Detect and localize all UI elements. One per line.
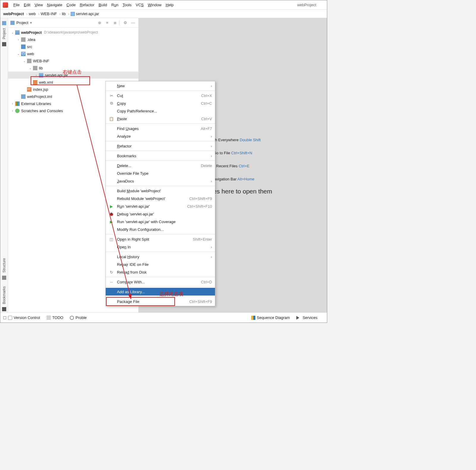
structure-icon[interactable] <box>2 276 6 280</box>
folder-tool-icon[interactable] <box>2 42 6 46</box>
app-icon <box>3 2 8 8</box>
cm-build-module[interactable]: Build Module 'webProject' <box>106 187 215 195</box>
menu-view[interactable]: View <box>34 3 43 7</box>
expand-icon[interactable]: › <box>16 38 20 41</box>
coverage-icon: ▶ <box>109 220 114 224</box>
menubar: File Edit View Navigate Code Refactor Bu… <box>0 0 327 10</box>
xml-icon <box>33 80 37 85</box>
cm-override[interactable]: Override File Type <box>106 169 215 177</box>
project-panel-title[interactable]: Project <box>16 20 28 25</box>
cm-debug[interactable]: 🐞Debug 'servlet-api.jar' <box>106 210 215 218</box>
cm-bookmarks[interactable]: Bookmarks› <box>106 152 215 160</box>
menu-window[interactable]: Window <box>148 3 162 7</box>
bookmarks-tool-label[interactable]: Bookmarks <box>2 286 6 304</box>
expand-icon[interactable]: ⌄ <box>16 52 20 55</box>
tree-label: WEB-INF <box>33 59 49 63</box>
cm-open-in[interactable]: Open In› <box>106 243 215 251</box>
cm-new[interactable]: New› <box>106 82 215 90</box>
expand-icon[interactable]: › <box>34 74 38 77</box>
select-opened-icon[interactable]: ⊕ <box>97 20 102 26</box>
menu-edit[interactable]: Edit <box>24 3 30 7</box>
jar-icon <box>39 73 43 77</box>
jar-icon <box>71 12 75 16</box>
cm-analyze[interactable]: Analyze› <box>106 132 215 140</box>
bookmark-icon[interactable] <box>2 307 6 311</box>
cm-local-history[interactable]: Local History› <box>106 253 215 261</box>
hint-nav: Navigation Bar Alt+Home <box>211 175 254 182</box>
cm-delete[interactable]: Delete...Delete <box>106 162 215 169</box>
cm-rebuild-module[interactable]: Rebuild Module 'webProject'Ctrl+Shift+F9 <box>106 195 215 202</box>
expand-icon[interactable]: › <box>10 109 15 112</box>
cm-find-usages[interactable]: Find UsagesAlt+F7 <box>106 125 215 132</box>
cm-modify-run[interactable]: Modify Run Configuration... <box>106 226 215 233</box>
cm-run[interactable]: ▶Run 'servlet-api.jar'Ctrl+Shift+F10 <box>106 202 215 210</box>
expand-icon[interactable]: › <box>10 102 15 105</box>
hint-goto: Go to File Ctrl+Shift+N <box>214 149 252 156</box>
tree-root[interactable]: ⌄ webProject D:\ideawork\javasepro\webPr… <box>8 29 138 36</box>
dropdown-icon[interactable]: ▾ <box>30 20 32 25</box>
expand-icon[interactable]: ⌄ <box>22 59 26 63</box>
cm-package-file[interactable]: Package FileCtrl+Shift+F9 <box>106 298 215 305</box>
project-tool-label[interactable]: Project <box>2 28 6 39</box>
src-folder-icon <box>21 45 26 49</box>
sb-problems[interactable]: Proble <box>70 315 87 320</box>
menu-refactor[interactable]: Refactor <box>80 3 94 7</box>
menu-code[interactable]: Code <box>67 3 76 7</box>
hint-recent: Recent Files Ctrl+E <box>216 162 249 169</box>
reload-icon: ↻ <box>109 270 114 274</box>
expand-icon <box>16 45 20 48</box>
structure-tool-label[interactable]: Structure <box>2 258 6 273</box>
expand-all-icon[interactable]: ≡ <box>104 20 110 26</box>
cm-reload[interactable]: ↻Reload from Disk <box>106 268 215 276</box>
cm-copy-path[interactable]: Copy Path/Reference... <box>106 107 215 115</box>
gear-icon[interactable]: ⚙ <box>122 20 128 26</box>
tree-web[interactable]: ⌄web <box>8 50 138 57</box>
sb-todo[interactable]: TODO <box>47 315 63 320</box>
bc-jar[interactable]: servlet-api.jar <box>76 12 99 16</box>
cm-coverage[interactable]: ▶Run 'servlet-api.jar' with Coverage <box>106 218 215 226</box>
menu-navigate[interactable]: Navigate <box>47 3 62 7</box>
tree-src[interactable]: src <box>8 43 138 50</box>
tree-label: lib <box>39 66 43 70</box>
menu-file[interactable]: File <box>13 3 20 7</box>
tree-idea[interactable]: ›.idea <box>8 36 138 43</box>
services-icon <box>296 316 301 320</box>
tree-webinf[interactable]: ⌄WEB-INF <box>8 57 138 64</box>
copy-icon: ⧉ <box>109 101 114 106</box>
cm-paste[interactable]: 📋PasteCtrl+V <box>106 115 215 123</box>
chevron-icon: › <box>26 12 27 16</box>
expand-icon[interactable]: ⌄ <box>10 31 15 34</box>
annotation-right-click: 右键点击 <box>63 69 82 75</box>
tree-label: web.xml <box>39 80 53 85</box>
debug-icon: 🐞 <box>109 212 114 216</box>
bc-root[interactable]: webProject <box>3 12 24 16</box>
cm-javadocs[interactable]: JavaDocs› <box>106 177 215 185</box>
bc-web[interactable]: web <box>29 12 36 16</box>
folder-icon <box>10 21 15 25</box>
cm-cut[interactable]: ✂CutCtrl+X <box>106 92 215 99</box>
collapse-all-icon[interactable]: ≣ <box>112 20 118 26</box>
bc-webinf[interactable]: WEB-INF <box>41 12 57 16</box>
sb-version-control[interactable]: Version Control <box>8 315 40 320</box>
cm-open-split[interactable]: ◫Open in Right SplitShift+Enter <box>106 235 215 243</box>
project-tool-icon[interactable] <box>2 21 6 25</box>
breadcrumb: webProject › web › WEB-INF › lib › servl… <box>0 10 327 18</box>
menu-help[interactable]: Help <box>166 3 174 7</box>
tree-root-label: webProject <box>21 30 42 35</box>
sb-services[interactable]: Services <box>296 315 317 320</box>
sb-sequence[interactable]: Sequence Diagram <box>251 315 290 320</box>
chevron-icon: › <box>68 12 69 16</box>
cm-compare[interactable]: ↔Compare With...Ctrl+D <box>106 278 215 286</box>
cm-copy[interactable]: ⧉CopyCtrl+C <box>106 99 215 107</box>
cm-refactor[interactable]: Refactor› <box>106 142 215 150</box>
bc-lib[interactable]: lib <box>62 12 66 16</box>
statusbar-tool-icon[interactable] <box>3 316 6 319</box>
expand-icon[interactable]: ⌄ <box>28 66 32 70</box>
cut-icon: ✂ <box>109 93 114 98</box>
cm-repair[interactable]: Repair IDE on File <box>106 261 215 268</box>
menu-build[interactable]: Build <box>99 3 107 7</box>
hide-icon[interactable]: — <box>130 20 136 26</box>
menu-run[interactable]: Run <box>111 3 118 7</box>
menu-tools[interactable]: Tools <box>123 3 132 7</box>
menu-vcs[interactable]: VCS <box>136 3 144 7</box>
